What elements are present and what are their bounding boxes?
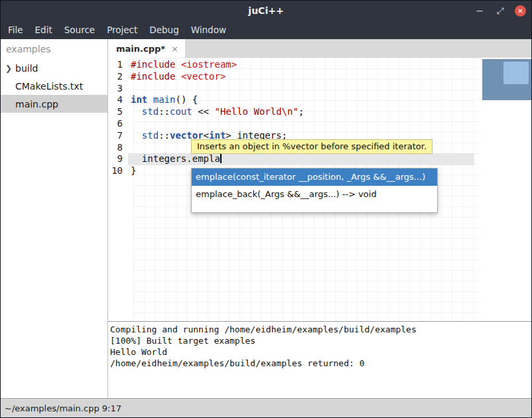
project-name-header: examples xyxy=(1,39,107,59)
menu-source[interactable]: Source xyxy=(58,21,101,39)
tree-item-cmakelists[interactable]: CMakeLists.txt xyxy=(1,77,107,95)
doc-tooltip: Inserts an object in %vector before spec… xyxy=(191,139,432,154)
code-segment: :: xyxy=(159,106,170,117)
terminal-line: Hello World xyxy=(110,346,531,358)
code-segment: int xyxy=(131,94,147,105)
line-number: 6 xyxy=(108,118,128,130)
code-segment: } xyxy=(131,165,136,176)
code-text[interactable]: std::cout << "Hello World\n"; xyxy=(128,106,474,118)
menu-file[interactable]: File xyxy=(2,21,29,39)
expander-icon[interactable]: ❯ xyxy=(5,64,15,73)
line-number: 3 xyxy=(108,83,128,95)
tree-item-label: build xyxy=(15,63,38,74)
code-segment: std xyxy=(142,106,159,117)
code-segment xyxy=(131,106,142,117)
file-tree-panel: examples ❯ build CMakeLists.txt main.cpp xyxy=(1,39,108,398)
menu-project[interactable]: Project xyxy=(101,21,143,39)
code-segment xyxy=(131,130,142,141)
tab-close-icon[interactable]: × xyxy=(171,44,178,54)
code-text[interactable]: #include <vector> xyxy=(128,71,474,83)
menu-edit[interactable]: Edit xyxy=(29,21,58,39)
autocomplete-popup: emplace(const_iterator __position, _Args… xyxy=(191,168,438,213)
tree-item-build[interactable]: ❯ build xyxy=(1,59,107,77)
line-number: 5 xyxy=(108,106,128,118)
autocomplete-item[interactable]: emplace(const_iterator __position, _Args… xyxy=(192,169,437,186)
code-text[interactable] xyxy=(128,83,474,95)
tree-item-label: CMakeLists.txt xyxy=(15,81,83,92)
code-segment: :: xyxy=(159,130,170,141)
code-segment: main xyxy=(153,94,176,105)
menubar: File Edit Source Project Debug Window xyxy=(1,21,531,39)
code-segment xyxy=(175,59,180,70)
code-segment: <vector> xyxy=(181,71,226,82)
line-number: 7 xyxy=(108,130,128,142)
code-segment xyxy=(175,71,180,82)
minimize-button[interactable]: − xyxy=(474,5,486,17)
tabbar: main.cpp* × xyxy=(108,39,531,58)
menu-debug[interactable]: Debug xyxy=(143,21,184,39)
code-line[interactable]: 6 xyxy=(108,118,531,130)
code-segment: #include xyxy=(131,59,175,70)
code-segment xyxy=(147,94,153,105)
window-title: juCi++ xyxy=(1,5,531,16)
main-area: examples ❯ build CMakeLists.txt main.cpp… xyxy=(1,39,531,398)
tree-item-label: main.cpp xyxy=(15,99,58,109)
code-segment: () { xyxy=(175,94,198,105)
code-segment: cout xyxy=(170,106,192,117)
code-line[interactable]: 9 integers.empla xyxy=(108,153,531,165)
restore-button[interactable]: ⤢ xyxy=(494,5,506,17)
close-button[interactable]: ✕ xyxy=(515,5,526,17)
code-segment: std xyxy=(142,130,159,141)
line-number: 9 xyxy=(108,153,128,165)
code-text[interactable] xyxy=(128,118,474,130)
code-line[interactable]: 5 std::cout << "Hello World\n"; xyxy=(108,106,531,118)
tab-label: main.cpp* xyxy=(116,44,165,54)
tree-item-main-cpp[interactable]: main.cpp xyxy=(1,95,107,113)
terminal-line: Compiling and running /home/eidheim/exam… xyxy=(110,324,531,335)
statusbar: ~/examples/main.cpp 9:17 xyxy=(1,398,531,417)
status-file-position: ~/examples/main.cpp 9:17 xyxy=(5,403,121,413)
code-text[interactable]: int main() { xyxy=(128,94,474,106)
line-number: 8 xyxy=(108,142,128,154)
terminal-line: [100%] Built target examples xyxy=(110,335,531,346)
line-number: 2 xyxy=(108,71,128,83)
autocomplete-item[interactable]: emplace_back(_Args &&__args...) --> void xyxy=(192,186,437,203)
editor-column: main.cpp* × 1#include <iostream>2#includ… xyxy=(108,39,531,398)
code-editor[interactable]: 1#include <iostream>2#include <vector>34… xyxy=(108,58,531,321)
window-controls: − ⤢ ✕ xyxy=(474,1,526,21)
tab-main-cpp[interactable]: main.cpp* × xyxy=(108,39,185,58)
code-line[interactable]: 2#include <vector> xyxy=(108,71,531,83)
titlebar[interactable]: juCi++ − ⤢ ✕ xyxy=(1,1,531,21)
text-cursor xyxy=(220,154,222,163)
code-segment: #include xyxy=(131,71,175,82)
code-text[interactable]: integers.empla xyxy=(128,153,474,165)
code-line[interactable]: 4int main() { xyxy=(108,94,531,106)
menu-window[interactable]: Window xyxy=(185,21,232,39)
code-segment: integers.empla xyxy=(131,153,220,164)
line-number: 1 xyxy=(108,59,128,71)
line-number: 4 xyxy=(108,94,128,106)
code-segment: << xyxy=(192,106,215,117)
scrollbar-trough[interactable] xyxy=(482,59,531,100)
code-text[interactable]: #include <iostream> xyxy=(128,59,474,71)
code-segment: <iostream> xyxy=(181,59,237,70)
build-output-panel[interactable]: Compiling and running /home/eidheim/exam… xyxy=(108,322,531,398)
scrollbar-thumb[interactable] xyxy=(503,62,529,84)
code-line[interactable]: 3 xyxy=(108,83,531,95)
line-number: 10 xyxy=(108,165,128,177)
terminal-line: /home/eidheim/examples/build/examples re… xyxy=(110,358,531,369)
app-window: juCi++ − ⤢ ✕ File Edit Source Project De… xyxy=(0,0,532,418)
code-segment: "Hello World\n" xyxy=(214,106,298,117)
code-line[interactable]: 1#include <iostream> xyxy=(108,59,531,71)
code-segment: ; xyxy=(299,106,304,117)
code-lines: 1#include <iostream>2#include <vector>34… xyxy=(108,59,531,177)
